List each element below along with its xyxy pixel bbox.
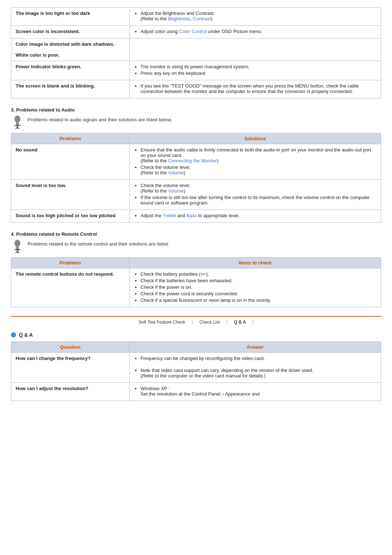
- volume-link-2[interactable]: Volume: [168, 188, 184, 194]
- svg-rect-8: [17, 250, 18, 252]
- nav-divider-3: |: [252, 320, 253, 325]
- list-item: Check if the power is on.: [140, 284, 376, 290]
- section3-heading: 3. Problems related to Audio: [11, 107, 381, 113]
- list-item: Check the volume level.(Refer to the Vol…: [140, 165, 376, 175]
- answer-cell: Frequency can be changed by reconfigurin…: [130, 353, 381, 383]
- table-row: No sound Ensure that the audio cable is …: [11, 144, 381, 180]
- list-item: Check if the batteries have been exhaust…: [140, 278, 376, 283]
- table-row: Sound is too high pitched or too low pit…: [11, 210, 381, 223]
- section4-table: Problems Items to check The remote contr…: [11, 257, 381, 307]
- qa-col1: Question: [11, 342, 130, 353]
- svg-rect-3: [17, 126, 18, 128]
- section3-intro-box: Problems related to audio signals and th…: [11, 116, 381, 129]
- qa-title: Q & A: [19, 332, 33, 338]
- list-item: If the volume is still too low after tur…: [140, 195, 376, 206]
- svg-rect-7: [15, 249, 20, 250]
- question-cell: How can I change the frequency?: [11, 353, 130, 383]
- list-item: The monitor is using its power managemen…: [140, 64, 376, 69]
- svg-rect-1: [16, 123, 19, 125]
- contrast-link[interactable]: Contrast: [193, 16, 211, 21]
- solution-cell: Adjust color using Color Control under O…: [130, 26, 381, 39]
- color-control-link[interactable]: Color Control: [179, 29, 207, 34]
- problem-cell: The image is too light or too dark: [11, 8, 130, 26]
- section4-heading: 4. Problems related to Remote Control: [11, 231, 381, 237]
- section4-col1: Problems: [11, 258, 130, 268]
- table-row: The remote control buttons do not respon…: [11, 268, 381, 307]
- solution-cell: Check the battery polarities (+/-). Chec…: [130, 268, 381, 307]
- list-item: Windows XP :Set the resolution at the Co…: [140, 386, 376, 397]
- connecting-monitor-link[interactable]: Connecting the Monitor: [168, 158, 217, 163]
- list-item: Check the volume level.(Refer to the Vol…: [140, 183, 376, 194]
- remote-icon: [11, 240, 24, 253]
- problem-cell: The screen is blank and is blinking.: [11, 80, 130, 98]
- table-row: The screen is blank and is blinking. If …: [11, 80, 381, 98]
- qa-table: Question Answer How can I change the fre…: [11, 341, 381, 401]
- list-item: Press any key on the keyboard: [140, 70, 376, 76]
- problem-cell: Power Indicator blinks green.: [11, 61, 130, 80]
- bass-link[interactable]: Bass: [187, 213, 197, 218]
- treble-link[interactable]: Treble: [163, 213, 176, 218]
- problem-cell: Color image is distorted with dark shado…: [11, 39, 130, 61]
- table-row: Power Indicator blinks green. The monito…: [11, 61, 381, 80]
- list-item: Note that video card support can vary, d…: [140, 368, 376, 378]
- qa-section: Q & A Question Answer How can I change t…: [11, 332, 381, 401]
- svg-point-5: [15, 240, 20, 247]
- qa-col2: Answer: [130, 342, 381, 353]
- nav-self-test[interactable]: Self-Test Feature Check: [138, 320, 185, 325]
- section2-table: The image is too light or too dark Adjus…: [11, 7, 381, 98]
- section2-block: The image is too light or too dark Adjus…: [11, 7, 381, 98]
- volume-link-1[interactable]: Volume: [168, 170, 184, 175]
- table-row: Color image is distorted with dark shado…: [11, 39, 381, 61]
- table-row: How can I change the frequency? Frequenc…: [11, 353, 381, 383]
- svg-rect-2: [15, 125, 20, 126]
- svg-rect-4: [15, 128, 20, 129]
- section3-intro-text: Problems related to audio signals and th…: [28, 116, 172, 122]
- list-item: Check if the power cord is securely conn…: [140, 291, 376, 296]
- list-item: Ensure that the audio cable is firmly co…: [140, 147, 376, 163]
- solution-cell: Check the volume level.(Refer to the Vol…: [130, 180, 381, 210]
- problem-cell: The remote control buttons do not respon…: [11, 268, 130, 307]
- list-item: Adjust color using Color Control under O…: [140, 29, 376, 34]
- problem-cell: Sound level is too low.: [11, 180, 130, 210]
- question-cell: How can I adjust the resolution?: [11, 383, 130, 401]
- solution-cell: Adjust the Brightness and Contrast.(Refe…: [130, 8, 381, 26]
- table-row: Sound level is too low. Check the volume…: [11, 180, 381, 210]
- svg-rect-9: [15, 252, 20, 253]
- solution-cell: If you see the "TEST GOOD" message on th…: [130, 80, 381, 98]
- nav-divider-2: |: [226, 320, 227, 325]
- list-item: Adjust the Brightness and Contrast.(Refe…: [140, 11, 376, 21]
- solution-cell: The monitor is using its power managemen…: [130, 61, 381, 80]
- problem-cell: No sound: [11, 144, 130, 180]
- svg-point-0: [15, 116, 20, 123]
- problem-cell: Sound is too high pitched or too low pit…: [11, 210, 130, 223]
- section3-col2: Solutions: [130, 133, 381, 144]
- qa-header: Q & A: [11, 332, 381, 338]
- section4-block: 4. Problems related to Remote Control Pr…: [11, 231, 381, 307]
- nav-divider-1: |: [192, 320, 193, 325]
- problem-cell: Screen color is inconsistent.: [11, 26, 130, 39]
- svg-rect-6: [16, 247, 19, 249]
- table-row: Screen color is inconsistent. Adjust col…: [11, 26, 381, 39]
- section4-intro-text: Problems related to the remote control a…: [28, 240, 169, 247]
- table-row: How can I adjust the resolution? Windows…: [11, 383, 381, 401]
- audio-icon: [11, 116, 24, 129]
- section3-block: 3. Problems related to Audio Problems re…: [11, 107, 381, 223]
- brightness-link[interactable]: Brightness: [168, 16, 190, 21]
- section4-intro-box: Problems related to the remote control a…: [11, 240, 381, 253]
- table-row: The image is too light or too dark Adjus…: [11, 8, 381, 26]
- solution-cell: Adjust the Treble and Bass to appropriat…: [130, 210, 381, 223]
- list-item: If you see the "TEST GOOD" message on th…: [140, 83, 376, 94]
- section3-table: Problems Solutions No sound Ensure that …: [11, 133, 381, 223]
- list-item: Check if a special fluorescent or neon l…: [140, 297, 376, 303]
- answer-cell: Windows XP :Set the resolution at the Co…: [130, 383, 381, 401]
- section4-col2: Items to check: [130, 258, 381, 268]
- solution-cell: Ensure that the audio cable is firmly co…: [130, 144, 381, 180]
- nav-qa[interactable]: Q & A: [234, 320, 246, 325]
- section3-col1: Problems: [11, 133, 130, 144]
- list-item: Frequency can be changed by reconfigurin…: [140, 356, 376, 361]
- qa-dot-icon: [11, 332, 16, 337]
- solution-cell: [130, 39, 381, 61]
- nav-check-list[interactable]: Check List: [199, 320, 220, 325]
- nav-bar: Self-Test Feature Check | Check List | Q…: [11, 316, 381, 328]
- list-item: Check the battery polarities (+/-).: [140, 271, 376, 277]
